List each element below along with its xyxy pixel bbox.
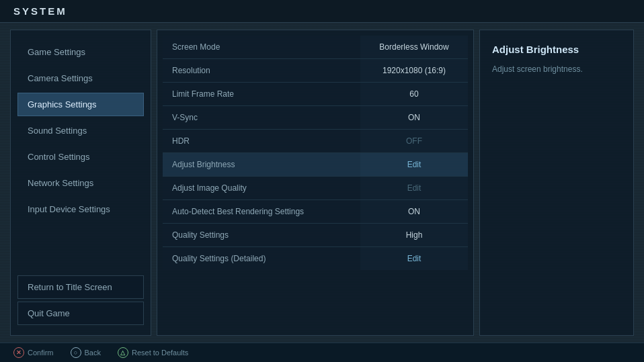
hint-back: ○Back bbox=[71, 347, 101, 358]
setting-value-quality-settings-detailed[interactable]: Edit bbox=[360, 247, 468, 270]
left-panel: Game SettingsCamera SettingsGraphics Set… bbox=[10, 30, 151, 336]
middle-panel: Screen ModeBorderless WindowResolution19… bbox=[157, 30, 474, 336]
settings-row-limit-frame-rate[interactable]: Limit Frame Rate60 bbox=[163, 83, 468, 106]
sidebar-item-control-settings[interactable]: Control Settings bbox=[17, 145, 144, 169]
setting-value-adjust-brightness[interactable]: Edit bbox=[360, 153, 468, 176]
settings-row-hdr[interactable]: HDROFF bbox=[163, 130, 468, 153]
page-title: SYSTEM bbox=[13, 5, 67, 17]
description-title: Adjust Brightness bbox=[492, 44, 621, 55]
hint-icon-reset: △ bbox=[118, 347, 128, 358]
quit-game-button[interactable]: Quit Game bbox=[17, 302, 144, 325]
settings-row-screen-mode[interactable]: Screen ModeBorderless Window bbox=[163, 36, 468, 59]
setting-label-v-sync: V-Sync bbox=[163, 106, 360, 129]
content-area: Game SettingsCamera SettingsGraphics Set… bbox=[0, 23, 644, 343]
setting-label-limit-frame-rate: Limit Frame Rate bbox=[163, 83, 360, 105]
hint-label-back: Back bbox=[85, 349, 101, 357]
hint-confirm: ✕Confirm bbox=[13, 347, 54, 358]
setting-value-hdr: OFF bbox=[360, 130, 468, 152]
setting-value-resolution: 1920x1080 (16:9) bbox=[360, 59, 468, 82]
setting-label-adjust-image-quality: Adjust Image Quality bbox=[163, 177, 360, 199]
sidebar-item-sound-settings[interactable]: Sound Settings bbox=[17, 119, 144, 142]
setting-label-screen-mode: Screen Mode bbox=[163, 36, 360, 58]
menu-bottom: Return to Title ScreenQuit Game bbox=[17, 275, 144, 325]
setting-value-adjust-image-quality[interactable]: Edit bbox=[360, 177, 468, 199]
setting-value-screen-mode: Borderless Window bbox=[360, 36, 468, 58]
sidebar-item-game-settings[interactable]: Game Settings bbox=[17, 40, 144, 64]
setting-label-quality-settings-detailed: Quality Settings (Detailed) bbox=[163, 247, 360, 270]
description-text: Adjust screen brightness. bbox=[492, 63, 621, 75]
right-panel: Adjust Brightness Adjust screen brightne… bbox=[479, 30, 634, 336]
settings-row-v-sync[interactable]: V-SyncON bbox=[163, 106, 468, 130]
sidebar-item-input-device-settings[interactable]: Input Device Settings bbox=[17, 197, 144, 221]
hint-icon-back: ○ bbox=[71, 347, 81, 358]
hint-label-confirm: Confirm bbox=[28, 349, 54, 357]
settings-row-quality-settings-detailed[interactable]: Quality Settings (Detailed)Edit bbox=[163, 247, 468, 270]
setting-label-adjust-brightness: Adjust Brightness bbox=[163, 153, 360, 176]
setting-value-quality-settings: High bbox=[360, 224, 468, 246]
settings-row-resolution[interactable]: Resolution1920x1080 (16:9) bbox=[163, 59, 468, 83]
setting-label-hdr: HDR bbox=[163, 130, 360, 152]
setting-value-auto-detect: ON bbox=[360, 200, 468, 223]
settings-row-adjust-brightness[interactable]: Adjust BrightnessEdit bbox=[163, 153, 468, 177]
sidebar-item-graphics-settings[interactable]: Graphics Settings bbox=[17, 93, 144, 116]
menu-items: Game SettingsCamera SettingsGraphics Set… bbox=[17, 40, 144, 221]
bottom-bar: ✕Confirm○Back△Reset to Defaults bbox=[0, 343, 644, 362]
settings-row-adjust-image-quality[interactable]: Adjust Image QualityEdit bbox=[163, 177, 468, 200]
setting-label-auto-detect: Auto-Detect Best Rendering Settings bbox=[163, 200, 360, 223]
setting-value-limit-frame-rate: 60 bbox=[360, 83, 468, 105]
hint-label-reset: Reset to Defaults bbox=[132, 349, 188, 357]
hint-icon-confirm: ✕ bbox=[13, 347, 24, 358]
settings-row-quality-settings[interactable]: Quality SettingsHigh bbox=[163, 224, 468, 247]
hint-reset: △Reset to Defaults bbox=[118, 347, 188, 358]
setting-label-resolution: Resolution bbox=[163, 59, 360, 82]
sidebar-item-network-settings[interactable]: Network Settings bbox=[17, 171, 144, 195]
main-container: SYSTEM Game SettingsCamera SettingsGraph… bbox=[0, 0, 644, 362]
settings-list: Screen ModeBorderless WindowResolution19… bbox=[163, 36, 468, 270]
settings-row-auto-detect[interactable]: Auto-Detect Best Rendering SettingsON bbox=[163, 200, 468, 224]
sidebar-item-camera-settings[interactable]: Camera Settings bbox=[17, 66, 144, 90]
setting-label-quality-settings: Quality Settings bbox=[163, 224, 360, 246]
title-bar: SYSTEM bbox=[0, 0, 644, 23]
setting-value-v-sync: ON bbox=[360, 106, 468, 129]
return-title-button[interactable]: Return to Title Screen bbox=[17, 275, 144, 299]
